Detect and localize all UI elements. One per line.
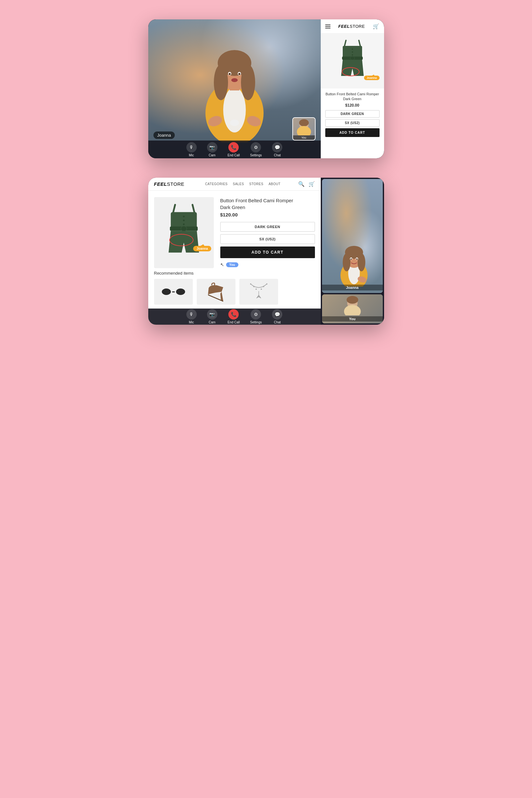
- svg-point-32: [183, 215, 185, 217]
- add-to-cart-button-2[interactable]: ADD TO CART: [220, 247, 315, 258]
- joanna-video-thumb: Joanna: [322, 179, 383, 293]
- store-logo: FEELSTORE: [338, 24, 365, 29]
- rec-item-heels[interactable]: [197, 279, 235, 305]
- video-sidebar: Joanna You: [321, 178, 384, 325]
- device-frame-2: FEELSTORE CATEGORIES SALES STORES ABOUT …: [148, 178, 384, 325]
- svg-point-18: [297, 126, 311, 135]
- nav-about[interactable]: ABOUT: [268, 182, 280, 186]
- mic-button-2[interactable]: 🎙 Mic: [186, 309, 197, 324]
- cam-button-2[interactable]: 📷 Cam: [207, 309, 217, 324]
- end-call-button-2[interactable]: 📞 End Call: [228, 309, 240, 324]
- end-call-button[interactable]: 📞 End Call: [228, 142, 240, 157]
- search-icon[interactable]: 🔍: [298, 181, 305, 187]
- svg-point-7: [241, 64, 255, 100]
- svg-line-27: [173, 205, 175, 213]
- cam-button[interactable]: 📷 Cam: [207, 142, 217, 157]
- svg-point-34: [183, 223, 185, 225]
- svg-point-33: [183, 220, 185, 221]
- annotator-badge-2: Joanna: [193, 246, 211, 251]
- add-to-cart-button[interactable]: ADD TO CART: [325, 128, 380, 137]
- size-option-2[interactable]: SX (US2): [220, 234, 315, 244]
- screen1: Joanna You 🎙 Mic �: [148, 19, 384, 158]
- device-frame-1: Joanna You 🎙 Mic �: [148, 19, 384, 158]
- self-label: You: [293, 135, 315, 140]
- product-price: $120.00: [325, 103, 380, 108]
- svg-point-52: [350, 259, 352, 260]
- chat-button[interactable]: 💬 Chat: [272, 142, 282, 157]
- shop-panel: FEELSTORE 🛒: [321, 19, 384, 158]
- product-image-large: Joanna: [154, 197, 214, 268]
- video-area: Joanna You 🎙 Mic �: [148, 19, 321, 158]
- chat-button-2[interactable]: 💬 Chat: [272, 309, 282, 324]
- shop-header: FEELSTORE 🛒: [321, 19, 384, 34]
- shop-nav: FEELSTORE CATEGORIES SALES STORES ABOUT …: [148, 178, 321, 191]
- screen2: FEELSTORE CATEGORIES SALES STORES ABOUT …: [148, 178, 384, 325]
- svg-marker-36: [256, 295, 261, 298]
- svg-point-38: [266, 283, 267, 285]
- cart-icon[interactable]: 🛒: [373, 23, 379, 30]
- svg-line-28: [192, 205, 195, 213]
- recommended-section: Recommended items: [148, 271, 321, 308]
- svg-point-57: [344, 305, 361, 315]
- svg-point-23: [350, 56, 355, 60]
- svg-point-56: [347, 296, 358, 304]
- svg-point-6: [214, 64, 228, 100]
- svg-point-10: [229, 73, 231, 75]
- product-name: Button Front Belted Cami Romper Dark Gre…: [325, 92, 380, 102]
- svg-point-25: [352, 51, 353, 53]
- nav-categories[interactable]: CATEGORIES: [205, 182, 228, 186]
- self-video-thumbnail: You: [292, 117, 316, 140]
- cursor-arrow-icon: ↖: [220, 262, 224, 267]
- nav-stores[interactable]: STORES: [249, 182, 263, 186]
- svg-point-31: [181, 226, 187, 231]
- nav-sales[interactable]: SALES: [233, 182, 244, 186]
- product-image-area: Joanna: [321, 34, 384, 89]
- svg-point-15: [230, 119, 239, 126]
- host-name-badge: Joanna: [153, 132, 175, 139]
- svg-point-24: [352, 49, 353, 50]
- product-section: Joanna Button Front Belted Cami Romper D…: [148, 191, 321, 271]
- shop-main: FEELSTORE CATEGORIES SALES STORES ABOUT …: [148, 178, 321, 325]
- svg-point-42: [261, 288, 262, 290]
- annotation-circle-2: [169, 234, 193, 246]
- product-info: Button Front Belted Cami Romper Dark Gre…: [321, 89, 384, 158]
- video-controls: 🎙 Mic 📷 Cam 📞 End Call ⚙ Settings 💬: [148, 140, 321, 158]
- recommended-items-list: [154, 279, 315, 305]
- recommended-title: Recommended items: [154, 271, 315, 276]
- menu-icon[interactable]: [325, 24, 330, 28]
- product-details: Button Front Belted Cami Romper Dark Gre…: [220, 197, 315, 264]
- settings-button[interactable]: ⚙ Settings: [250, 142, 262, 157]
- you-video-label: You: [322, 316, 383, 321]
- product-price-2: $120.00: [220, 212, 315, 217]
- svg-point-39: [253, 286, 254, 287]
- rec-item-sunglasses[interactable]: [154, 279, 193, 305]
- cart-icon[interactable]: 🛒: [308, 181, 315, 187]
- you-video-thumb: You: [322, 294, 383, 323]
- size-option[interactable]: SX (US2): [325, 119, 380, 127]
- svg-point-49: [358, 253, 365, 271]
- color-option-2[interactable]: DARK GREEN: [220, 222, 315, 232]
- svg-point-40: [263, 286, 264, 287]
- svg-point-48: [343, 253, 350, 271]
- joanna-video-label: Joanna: [322, 285, 383, 290]
- svg-point-12: [231, 78, 238, 82]
- svg-point-53: [356, 259, 358, 260]
- you-label: You: [226, 262, 239, 267]
- nav-icons: 🔍 🛒: [298, 181, 315, 187]
- nav-links: CATEGORIES SALES STORES ABOUT: [194, 182, 292, 186]
- bottom-controls: 🎙 Mic 📷 Cam 📞 End Call ⚙ Settings 💬: [148, 308, 321, 325]
- rec-item-necklace[interactable]: [239, 279, 278, 305]
- you-cursor: ↖ You: [220, 262, 315, 267]
- svg-point-17: [299, 119, 309, 126]
- annotator-badge: Joanna: [364, 76, 380, 80]
- settings-button-2[interactable]: ⚙ Settings: [250, 309, 262, 324]
- svg-point-37: [250, 283, 251, 285]
- annotation-circle: [342, 67, 360, 76]
- svg-point-26: [352, 54, 353, 56]
- svg-point-11: [239, 73, 240, 75]
- nav-logo: FEELSTORE: [154, 181, 185, 187]
- svg-point-41: [255, 288, 257, 290]
- product-name-2: Button Front Belted Cami Romper Dark Gre…: [220, 197, 315, 211]
- color-option[interactable]: DARK GREEN: [325, 110, 380, 118]
- mic-button[interactable]: 🎙 Mic: [186, 142, 197, 157]
